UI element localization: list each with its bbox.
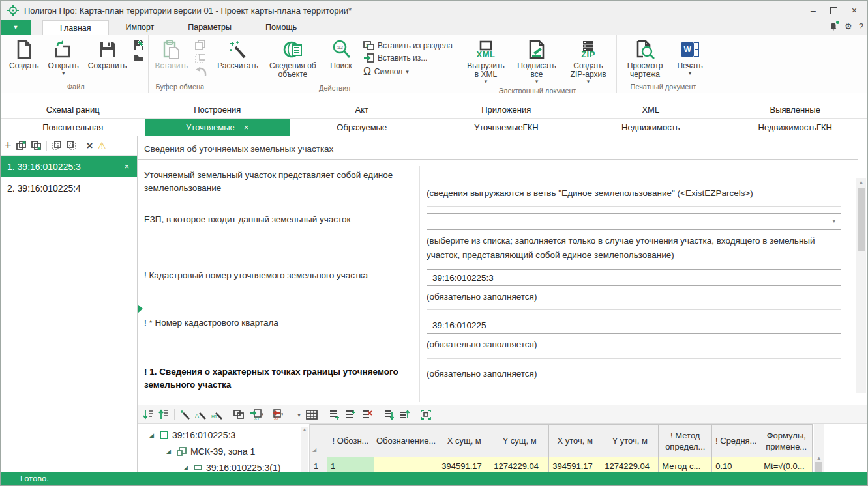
object-info-button[interactable]: Сведения об объекте bbox=[263, 36, 323, 80]
parcel-list-item[interactable]: 1. 39:16:010225:3 × bbox=[1, 156, 137, 177]
help-icon[interactable]: ? bbox=[859, 21, 863, 31]
delete-row-icon[interactable] bbox=[361, 408, 372, 421]
single-land-use-checkbox[interactable] bbox=[427, 171, 436, 180]
tab-pomosch[interactable]: Помощь bbox=[248, 20, 314, 35]
tab-nedvizhimost[interactable]: Недвижимость bbox=[578, 119, 723, 136]
tab-postroeniya[interactable]: Построения bbox=[145, 101, 290, 118]
close-button[interactable]: × bbox=[852, 6, 857, 15]
col-header[interactable]: Y сущ, м bbox=[490, 425, 549, 457]
tab-utochnyaemye[interactable]: Уточняемые × bbox=[145, 119, 290, 136]
add-parcel-icon[interactable]: + bbox=[5, 139, 12, 152]
renumber-up-icon[interactable] bbox=[158, 408, 169, 421]
copy-contour-icon[interactable] bbox=[233, 408, 244, 421]
warning-icon[interactable]: ⚠ bbox=[97, 140, 106, 152]
quarter-number-input[interactable] bbox=[427, 317, 841, 334]
open-recent-icon[interactable] bbox=[134, 54, 144, 62]
cell[interactable]: 394591.17 bbox=[549, 457, 601, 472]
delete-parcel-icon[interactable]: × bbox=[87, 139, 93, 152]
undo-icon[interactable] bbox=[195, 67, 207, 76]
paste-special-icon[interactable] bbox=[195, 54, 205, 63]
create-button[interactable]: Создать bbox=[5, 36, 44, 72]
tab-parametry[interactable]: Параметры bbox=[171, 20, 248, 35]
insert-from-section-button[interactable]: S Вставить из раздела bbox=[363, 41, 453, 50]
app-menu-button[interactable]: ▼ bbox=[1, 20, 31, 35]
cell[interactable]: Mt=√(0.0... bbox=[760, 457, 813, 472]
parcel-list-item[interactable]: 2. 39:16:010225:4 bbox=[1, 177, 137, 199]
create-zip-button[interactable]: ZIP Создать ZIP-архив ▾ bbox=[561, 36, 615, 85]
table-scrollbar[interactable]: ▲ ▼ bbox=[814, 424, 824, 472]
sign-all-button[interactable]: Подписать все ▾ bbox=[512, 36, 561, 85]
col-header[interactable]: X уточ, м bbox=[549, 425, 601, 457]
insert-row-icon[interactable] bbox=[345, 408, 356, 421]
tab-vyyavlennye[interactable]: Выявленные bbox=[723, 101, 868, 118]
tab-import[interactable]: Импорт bbox=[109, 20, 172, 35]
close-tab-icon[interactable]: × bbox=[244, 122, 249, 132]
close-parcel-icon[interactable]: × bbox=[124, 162, 129, 171]
cell[interactable]: 0.10 bbox=[712, 457, 760, 472]
tab-xml[interactable]: XML bbox=[578, 101, 723, 118]
save-as-icon[interactable] bbox=[134, 40, 144, 50]
form-scrollbar[interactable]: ▲ bbox=[856, 178, 866, 393]
insert-from-button[interactable]: Вставить из... bbox=[363, 53, 453, 63]
expander-icon[interactable]: ◢ bbox=[183, 465, 190, 471]
col-header[interactable]: ! Метод определ... bbox=[659, 425, 712, 457]
search-button[interactable]: :12 Поиск bbox=[323, 36, 359, 72]
col-header[interactable]: ! Обозн... bbox=[327, 425, 374, 457]
wand-letters-icon[interactable]: A bbox=[195, 408, 206, 421]
cell[interactable]: 1 bbox=[327, 457, 374, 472]
ezp-select[interactable]: ▾ bbox=[427, 213, 841, 230]
tree-node-zone[interactable]: ◢ МСК-39, зона 1 bbox=[140, 443, 309, 459]
filter-caret-icon[interactable]: ▾ bbox=[297, 408, 301, 421]
tab-poyasnitelnaya[interactable]: Пояснительная bbox=[1, 119, 145, 136]
col-header[interactable]: Формулы, примене... bbox=[760, 425, 813, 457]
expander-icon[interactable]: ◢ bbox=[166, 448, 173, 455]
tab-utochnyaemye-gkn[interactable]: УточняемыеГКН bbox=[434, 119, 579, 136]
export-xml-button[interactable]: XML Выгрузить в XML ▾ bbox=[460, 36, 512, 85]
duplicate-parcel-icon[interactable] bbox=[16, 141, 27, 150]
maximize-button[interactable] bbox=[830, 7, 837, 14]
symbol-button[interactable]: Ω Символ ▾ bbox=[363, 66, 453, 78]
paste-button[interactable]: Вставить bbox=[150, 36, 192, 72]
minimize-button[interactable]: – bbox=[811, 6, 816, 15]
move-row-up-icon[interactable] bbox=[399, 408, 410, 421]
paste-after-icon[interactable] bbox=[67, 141, 77, 150]
cell[interactable]: 394591.17 bbox=[438, 457, 490, 472]
tree-node-parcel[interactable]: ◢ 39:16:010225:3 bbox=[140, 427, 309, 443]
scrollbar-thumb[interactable] bbox=[858, 188, 865, 251]
move-row-down-icon[interactable] bbox=[383, 408, 394, 421]
notifications-bell-icon[interactable] bbox=[829, 22, 838, 31]
tree-node-contour[interactable]: ◢ 39:16:010225:3(1) bbox=[140, 459, 309, 472]
paste-before-icon[interactable] bbox=[52, 141, 62, 150]
wand-numbers-icon[interactable]: H1 bbox=[211, 408, 222, 421]
copy-parcel-icon[interactable] bbox=[31, 141, 42, 150]
cell[interactable]: 1274229.04 bbox=[490, 457, 549, 472]
scroll-up-icon[interactable]: ▲ bbox=[856, 178, 866, 186]
tab-obrazuemye[interactable]: Образуемые bbox=[290, 119, 434, 136]
expander-icon[interactable]: ◢ bbox=[149, 432, 156, 438]
preview-drawing-button[interactable]: Просмотр чертежа bbox=[618, 36, 672, 80]
tab-akt[interactable]: Акт bbox=[290, 101, 434, 118]
tab-prilozheniya[interactable]: Приложения bbox=[434, 101, 579, 118]
col-header[interactable]: Обозначение... bbox=[374, 425, 438, 457]
settings-gear-icon[interactable]: ⚙ bbox=[845, 21, 852, 31]
tab-shemagranic[interactable]: СхемаГраниц bbox=[1, 101, 145, 118]
copy-icon[interactable] bbox=[195, 40, 205, 50]
corner-cell[interactable]: ◢ bbox=[310, 425, 327, 457]
tab-glavnaya[interactable]: Главная bbox=[42, 20, 109, 35]
export-xy-icon[interactable]: XY▾ bbox=[269, 408, 283, 421]
cell[interactable] bbox=[374, 457, 438, 472]
row-number[interactable]: 1 bbox=[310, 457, 327, 472]
wand-icon[interactable] bbox=[180, 408, 190, 421]
renumber-down-icon[interactable] bbox=[143, 408, 153, 421]
open-button[interactable]: Открыть ▾ bbox=[44, 36, 83, 77]
cell[interactable]: 1274229.04 bbox=[601, 457, 659, 472]
tab-nedvizhimost-gkn[interactable]: НедвижимостьГКН bbox=[723, 119, 868, 136]
col-header[interactable]: X сущ, м bbox=[438, 425, 490, 457]
col-header[interactable]: ! Средня... bbox=[712, 425, 760, 457]
cadastral-number-input[interactable] bbox=[427, 269, 841, 286]
scrollbar-thumb[interactable] bbox=[815, 462, 822, 472]
save-button[interactable]: Сохранить bbox=[83, 36, 132, 72]
calculate-button[interactable]: Рассчитать bbox=[213, 36, 263, 72]
tree-scrollbar[interactable]: ▲ bbox=[301, 427, 308, 472]
col-header[interactable]: Y уточ, м bbox=[601, 425, 659, 457]
